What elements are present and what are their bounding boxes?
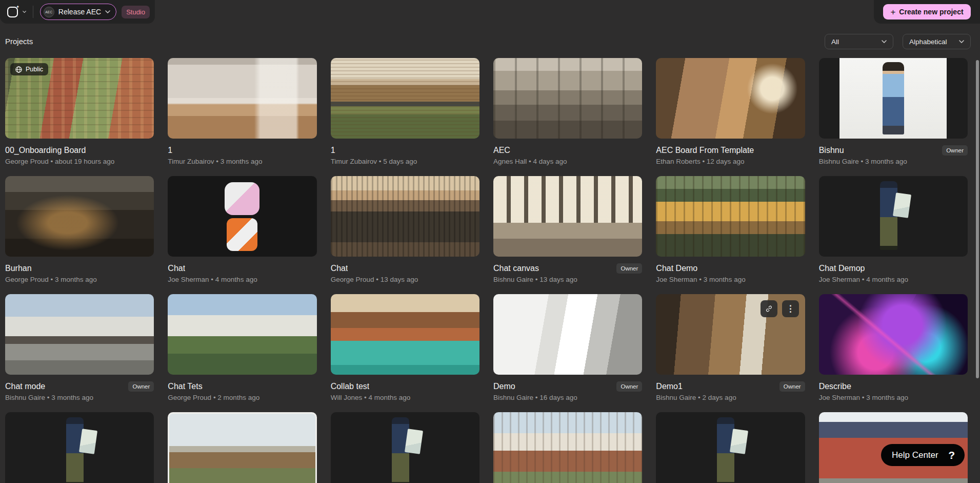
project-card[interactable]: Chat George Proud • 13 days ago	[331, 176, 479, 283]
filter-dropdown-value: All	[831, 38, 839, 46]
project-thumbnail[interactable]	[493, 294, 642, 375]
project-card[interactable]: Chat Demo Joe Sherman • 3 months ago	[656, 176, 805, 283]
project-title: Chat canvas	[493, 264, 539, 273]
project-card[interactable]: Chat Joe Sherman • 4 months ago	[168, 176, 316, 283]
project-card[interactable]	[5, 412, 154, 483]
project-thumbnail[interactable]	[493, 58, 642, 139]
project-meta: Joe Sherman • 4 months ago	[819, 276, 968, 283]
topbar-right-panel: + Create new project	[874, 0, 980, 24]
more-menu-button[interactable]: ⋮	[782, 300, 799, 317]
project-title: Chat	[331, 264, 348, 273]
project-card[interactable]: Burhan George Proud • 3 months ago	[5, 176, 154, 283]
project-card[interactable]: AEC Agnes Hall • 4 days ago	[493, 58, 642, 165]
create-new-project-button[interactable]: + Create new project	[883, 4, 970, 20]
project-title-row: Burhan	[5, 263, 154, 274]
help-center-label: Help Center	[892, 450, 938, 460]
vertical-scrollbar[interactable]	[976, 60, 979, 378]
project-meta: George Proud • about 19 hours ago	[5, 158, 154, 165]
studio-badge[interactable]: Studio	[122, 6, 150, 18]
help-center-button[interactable]: Help Center ?	[881, 444, 965, 466]
project-meta: Agnes Hall • 4 days ago	[493, 158, 642, 165]
project-card[interactable]: Chat mode Owner Bishnu Gaire • 3 months …	[5, 294, 154, 401]
project-meta: Timur Zubairov • 5 days ago	[331, 158, 479, 165]
project-title: Describe	[819, 382, 851, 391]
project-thumbnail[interactable]	[819, 294, 968, 375]
project-title: Chat Tets	[168, 382, 202, 391]
project-card[interactable]: Chat Demop Joe Sherman • 4 months ago	[819, 176, 968, 283]
project-thumbnail[interactable]	[819, 176, 968, 257]
project-card[interactable]: AEC Board From Template Ethan Roberts • …	[656, 58, 805, 165]
project-meta: Bishnu Gaire • 3 months ago	[819, 158, 968, 165]
project-title: Chat	[168, 264, 185, 273]
workspace-avatar: AEC	[44, 7, 54, 17]
sort-dropdown-value: Alphabetical	[909, 38, 947, 46]
project-thumbnail[interactable]	[331, 176, 479, 257]
project-thumbnail[interactable]	[168, 412, 316, 483]
project-thumbnail[interactable]	[168, 176, 316, 257]
project-card[interactable]: Chat canvas Owner Bishnu Gaire • 13 days…	[493, 176, 642, 283]
filter-chevron-down-icon	[882, 40, 887, 43]
project-thumbnail[interactable]	[493, 176, 642, 257]
project-thumbnail[interactable]	[168, 294, 316, 375]
project-card[interactable]	[656, 412, 805, 483]
project-thumbnail[interactable]	[168, 58, 316, 139]
project-title-row: Chat canvas Owner	[493, 263, 642, 274]
owner-badge: Owner	[128, 381, 154, 392]
project-thumbnail[interactable]: Public	[5, 58, 154, 139]
project-card[interactable]: Chat Tets George Proud • 2 months ago	[168, 294, 316, 401]
project-thumbnail[interactable]	[493, 412, 642, 483]
card-hover-actions: ⋮	[761, 300, 799, 317]
project-card[interactable]: Describe Joe Sherman • 3 months ago	[819, 294, 968, 401]
project-title: 00_Onboarding Board	[5, 146, 86, 155]
copy-link-button[interactable]	[761, 300, 777, 317]
project-thumbnail[interactable]	[5, 412, 154, 483]
project-thumbnail[interactable]	[5, 294, 154, 375]
project-meta: Joe Sherman • 3 months ago	[819, 394, 968, 401]
project-title-row: Chat	[331, 263, 479, 274]
project-title-row: Bishnu Owner	[819, 145, 968, 156]
project-thumbnail[interactable]	[331, 58, 479, 139]
project-title: AEC Board From Template	[656, 146, 754, 155]
question-mark-icon: ?	[948, 449, 955, 461]
project-card[interactable]: Bishnu Owner Bishnu Gaire • 3 months ago	[819, 58, 968, 165]
project-title-row: 1	[331, 145, 479, 156]
project-card[interactable]	[493, 412, 642, 483]
project-card[interactable]: ⋮ Demo1 Owner Bishnu Gaire • 2 days ago	[656, 294, 805, 401]
project-card[interactable]: Collab test Will Jones • 4 months ago	[331, 294, 479, 401]
project-thumbnail[interactable]	[656, 412, 805, 483]
project-thumbnail[interactable]	[5, 176, 154, 257]
project-thumbnail[interactable]	[819, 58, 968, 139]
project-title: Demo1	[656, 382, 683, 391]
project-meta: Will Jones • 4 months ago	[331, 394, 479, 401]
project-thumbnail[interactable]	[656, 176, 805, 257]
project-meta: George Proud • 13 days ago	[331, 276, 479, 283]
project-card[interactable]	[168, 412, 316, 483]
public-badge: Public	[10, 63, 48, 75]
project-title-row: Demo Owner	[493, 381, 642, 392]
project-title-row: Demo1 Owner	[656, 381, 805, 392]
logo-chevron-down-icon[interactable]	[23, 10, 26, 13]
workspace-chevron-down-icon	[105, 10, 110, 13]
filter-dropdown[interactable]: All	[825, 34, 893, 49]
project-card[interactable]: 1 Timur Zubairov • 3 months ago	[168, 58, 316, 165]
project-title-row: Collab test	[331, 381, 479, 392]
project-meta: Joe Sherman • 3 months ago	[656, 276, 805, 283]
project-meta: Bishnu Gaire • 16 days ago	[493, 394, 642, 401]
workspace-switcher[interactable]: AEC Release AEC	[40, 4, 116, 20]
project-title-row: Chat	[168, 263, 316, 274]
project-card[interactable]: Demo Owner Bishnu Gaire • 16 days ago	[493, 294, 642, 401]
project-thumbnail[interactable]: ⋮	[656, 294, 805, 375]
sort-dropdown[interactable]: Alphabetical	[903, 34, 971, 49]
project-card[interactable]	[331, 412, 479, 483]
app-logo-icon[interactable]: ✦	[7, 7, 18, 17]
project-meta: Joe Sherman • 4 months ago	[168, 276, 316, 283]
project-card[interactable]: 1 Timur Zubairov • 5 days ago	[331, 58, 479, 165]
project-title: 1	[331, 146, 335, 155]
project-thumbnail[interactable]	[331, 294, 479, 375]
sort-chevron-down-icon	[959, 40, 964, 43]
project-thumbnail[interactable]	[656, 58, 805, 139]
project-card[interactable]: Public 00_Onboarding Board George Proud …	[5, 58, 154, 165]
project-title: Burhan	[5, 264, 32, 273]
project-thumbnail[interactable]	[331, 412, 479, 483]
project-title: Collab test	[331, 382, 370, 391]
